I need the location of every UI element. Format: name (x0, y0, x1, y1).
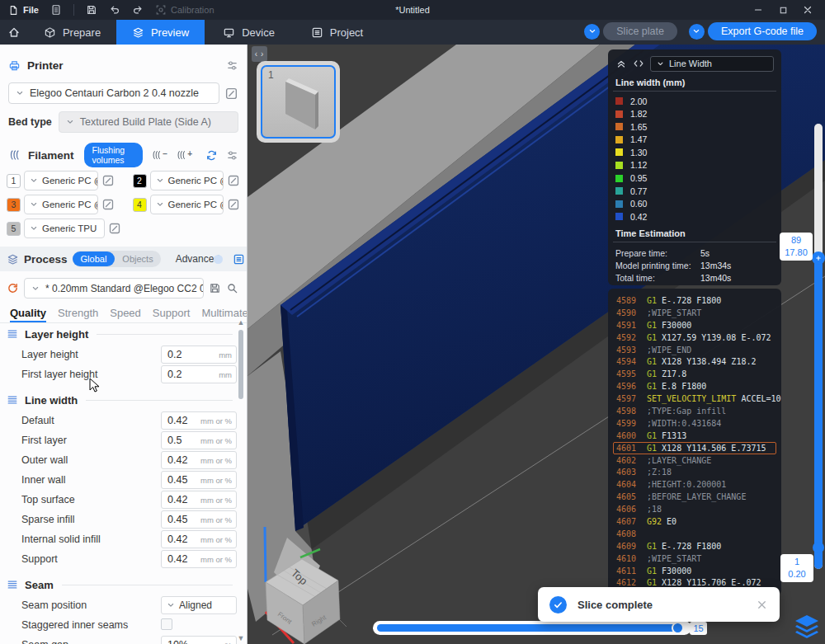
filament-slot-3[interactable]: 3 (7, 198, 21, 212)
filament-select-3[interactable]: Generic PC @E... (24, 195, 98, 214)
filament-edit-icon[interactable] (227, 198, 240, 211)
filament-settings-icon[interactable] (226, 149, 238, 162)
search-settings-icon[interactable] (226, 282, 238, 294)
add-filament-button[interactable]: + (176, 149, 192, 161)
nav-tab-prepare[interactable]: Prepare (28, 20, 116, 45)
gcode-line[interactable]: 4598;TYPE:Gap infill (613, 405, 776, 417)
toast-close-icon[interactable] (756, 599, 768, 611)
setting-input[interactable]: 0.42mm or % (161, 530, 237, 548)
maximize-button[interactable] (774, 1, 792, 19)
gcode-line[interactable]: 4611G1 F30000 (613, 565, 776, 577)
scroll-down-arrow[interactable]: ▼ (237, 634, 245, 642)
scroll-up-arrow[interactable]: ▲ (237, 318, 245, 327)
layer-slider-top-handle[interactable] (812, 251, 825, 265)
printer-edit-icon[interactable] (224, 87, 238, 101)
gcode-line[interactable]: 4604;HEIGHT:0.200001 (613, 478, 776, 491)
filament-select-4[interactable]: Generic PC @Ele... (150, 195, 224, 214)
gcode-line[interactable]: 4601G1 X128 Y114.506 E.73715 (613, 442, 776, 454)
setting-input[interactable]: 10%mm or % (161, 636, 237, 644)
home-button[interactable] (0, 20, 28, 45)
save-button[interactable] (86, 4, 97, 16)
nav-tab-device[interactable]: Device (205, 20, 293, 45)
nav-tab-preview[interactable]: Preview (116, 20, 205, 45)
gcode-line[interactable]: 4600G1 F1313 (613, 430, 776, 442)
view-type-select[interactable]: Line Width (650, 56, 774, 72)
filament-slot-1[interactable]: 1 (7, 174, 21, 188)
file-menu[interactable]: File (8, 5, 39, 16)
move-slider-handle[interactable] (672, 622, 684, 634)
setting-select[interactable]: Aligned (161, 596, 237, 614)
close-button[interactable] (799, 1, 817, 19)
remove-filament-button[interactable]: − (151, 149, 167, 161)
filament-edit-icon[interactable] (227, 174, 240, 187)
gcode-line[interactable]: 4597SET_VELOCITY_LIMIT ACCEL=10000 (613, 393, 776, 405)
gcode-line[interactable]: 4609G1 E-.728 F1800 (613, 540, 776, 552)
printer-preset-select[interactable]: Elegoo Centauri Carbon 2 0.4 nozzle (8, 82, 219, 104)
bed-type-select[interactable]: Textured Build Plate (Side A) (59, 111, 238, 133)
setting-input[interactable]: 0.45mm or % (161, 471, 237, 489)
gcode-line[interactable]: 4606;18 (613, 503, 776, 515)
gcode-line[interactable]: 4599;WIDTH:0.431684 (613, 417, 776, 430)
filament-edit-icon[interactable] (108, 222, 121, 235)
gcode-line[interactable]: 4591G1 F30000 (613, 319, 776, 331)
setting-input[interactable]: 0.2mm (161, 365, 237, 383)
settings-scrollbar[interactable]: ▲ ▼ (237, 318, 245, 642)
slice-plate-button[interactable]: Slice plate (603, 22, 677, 40)
setting-input[interactable]: 0.2mm (161, 346, 237, 364)
param-list-icon[interactable] (233, 253, 245, 266)
minimize-button[interactable] (749, 1, 767, 19)
filament-slot-2[interactable]: 2 (133, 174, 147, 188)
save-preset-icon[interactable] (209, 282, 221, 294)
redo-button[interactable] (132, 4, 144, 16)
gcode-line[interactable]: 4596G1 E.8 F1800 (613, 380, 776, 393)
filament-select-5[interactable]: Generic TPU (24, 219, 105, 238)
gcode-line[interactable]: 4608 (613, 528, 776, 540)
layer-slider-range[interactable] (814, 257, 823, 569)
scope-global[interactable]: Global (73, 251, 116, 266)
gcode-line[interactable]: 4592G1 X127.59 Y139.08 E-.072 (613, 331, 776, 344)
setting-input[interactable]: 0.5mm or % (161, 431, 237, 449)
setting-checkbox[interactable] (161, 618, 172, 630)
gcode-line[interactable]: 4602;LAYER_CHANGE (613, 454, 776, 467)
sidebar-collapse-button[interactable]: ‹ › (252, 46, 267, 62)
setting-input[interactable]: 0.45mm or % (161, 510, 237, 529)
filament-select-2[interactable]: Generic PC @Ele... (150, 171, 224, 190)
process-scope-toggle[interactable]: Global Objects (73, 251, 161, 267)
gcode-line[interactable]: 4610;WIPE_START (613, 552, 776, 565)
setting-input[interactable]: 0.42mm or % (161, 451, 237, 469)
flushing-volumes-button[interactable]: Flushing volumes (84, 143, 144, 167)
gcode-viewer-icon[interactable] (633, 58, 644, 69)
filament-edit-icon[interactable] (101, 174, 115, 187)
gcode-line[interactable]: 4589G1 E-.728 F1800 (613, 294, 776, 307)
scrollbar-thumb[interactable] (238, 330, 243, 399)
gcode-panel[interactable]: 4589G1 E-.728 F18004590;WIPE_START4591G1… (608, 289, 781, 595)
setting-input[interactable]: 0.42mm or % (161, 411, 237, 430)
process-preset-select[interactable]: * 0.20mm Standard @Elegoo CC2 0... (24, 278, 204, 298)
layer-slider-bottom-handle[interactable] (813, 542, 824, 553)
export-gcode-button[interactable]: Export G-code file (708, 22, 817, 40)
filament-slot-5[interactable]: 5 (7, 222, 21, 236)
filament-sync-icon[interactable] (205, 149, 218, 162)
filament-slot-4[interactable]: 4 (133, 198, 147, 212)
gcode-line[interactable]: 4594G1 X128 Y138.494 Z18.2 (613, 355, 776, 368)
export-options-button[interactable] (689, 24, 705, 40)
slice-options-button[interactable] (584, 24, 600, 40)
printer-settings-icon[interactable] (226, 59, 238, 72)
reset-preset-icon[interactable] (7, 282, 19, 294)
collapse-panel-icon[interactable] (615, 58, 627, 69)
gcode-line[interactable]: 4590;WIPE_START (613, 307, 776, 319)
scope-objects[interactable]: Objects (115, 251, 160, 266)
gcode-line[interactable]: 4607G92 E0 (613, 515, 776, 528)
filament-edit-icon[interactable] (101, 198, 115, 211)
gcode-line[interactable]: 4593;WIPE_END (613, 344, 776, 356)
gcode-line[interactable]: 4603;Z:18 (613, 466, 776, 478)
gcode-line[interactable]: 4605;BEFORE_LAYER_CHANGE (613, 491, 776, 503)
viewport-3d[interactable]: Top Front Right ‹ › 1 (248, 45, 825, 644)
setting-input[interactable]: 0.42mm or % (161, 491, 237, 509)
setting-input[interactable]: 0.42mm or % (161, 550, 237, 568)
filament-select-1[interactable]: Generic PC @E... (24, 171, 98, 190)
nav-tab-project[interactable]: Project (293, 20, 381, 45)
calibration-button[interactable]: Calibration (155, 4, 214, 16)
move-slider-track[interactable] (373, 621, 691, 635)
notes-icon[interactable] (50, 4, 62, 16)
